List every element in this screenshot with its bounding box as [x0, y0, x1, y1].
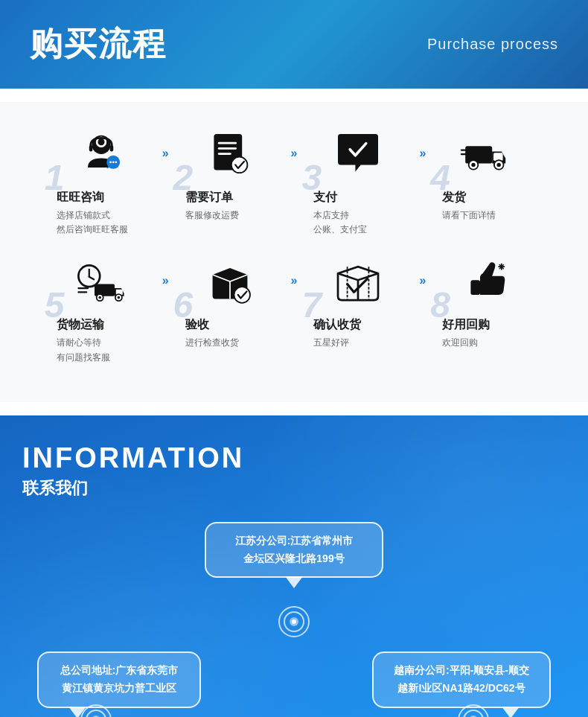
header-title-en: Purchase process [427, 36, 558, 53]
process-item-7: 7 确认收货 五星好评 [298, 252, 418, 350]
process-text-4: 发货 请看下面详情 [442, 190, 531, 223]
svg-point-51 [458, 705, 488, 717]
svg-rect-12 [217, 153, 231, 155]
process-item-4: 4 发货 请看下面详情 [427, 124, 546, 223]
process-text-6: 验收 进行检查收货 [185, 317, 275, 350]
divider-top [0, 89, 588, 102]
svg-point-46 [292, 619, 296, 624]
vietnam-text: 越南分公司:平阳-顺安县-顺交越新I业区NA1路42/DC62号 [394, 664, 529, 694]
info-card-vietnam: 越南分公司:平阳-顺安县-顺交越新I业区NA1路42/DC62号 [372, 651, 551, 708]
info-card-guangdong: 总公司地址:广东省东莞市黄江镇黄京坑力普工业区 [37, 651, 201, 708]
info-section: INFORMATION 联系我们 江苏分公司:江苏省常州市金坛区兴隆北路199号… [0, 415, 588, 717]
process-item-2: 2 需要订单 客服修改运费 [170, 124, 290, 223]
process-title-3: 支付 [313, 190, 403, 205]
svg-point-47 [81, 705, 111, 717]
process-desc-7: 五星好评 [313, 336, 403, 350]
process-title-8: 好用回购 [442, 317, 531, 333]
process-title-4: 发货 [442, 190, 531, 205]
process-desc-6: 进行检查收货 [185, 336, 275, 350]
process-desc-2: 客服修改运费 [185, 208, 275, 223]
svg-rect-11 [217, 147, 236, 150]
process-item-8: 8 好用回购 欢迎回购 [427, 252, 546, 350]
svg-point-13 [231, 157, 247, 173]
arrow-6: » [291, 252, 298, 287]
arrow-3: » [419, 124, 426, 160]
target-guangdong-icon [78, 702, 114, 717]
jiangsu-text: 江苏分公司:江苏省常州市金坛区兴隆北路199号 [235, 535, 354, 564]
process-desc-3: 本店支持公账、支付宝 [313, 208, 403, 237]
svg-point-6 [109, 161, 112, 163]
divider-bottom [0, 402, 588, 415]
target-jiangsu-icon [276, 604, 312, 640]
svg-point-8 [115, 161, 117, 163]
info-title-en: INFORMATION [22, 442, 566, 474]
svg-rect-3 [89, 145, 92, 151]
svg-rect-10 [217, 142, 236, 144]
arrow-1: » [162, 124, 169, 160]
process-icon-2 [200, 124, 260, 184]
svg-point-34 [234, 287, 250, 304]
process-icon-6 [200, 252, 260, 311]
process-item-1: 1 [42, 124, 161, 237]
svg-line-24 [89, 277, 93, 280]
process-text-5: 货物运输 请耐心等待有问题找客服 [57, 317, 146, 364]
process-icon-5 [71, 252, 131, 311]
process-row-2: 5 [15, 252, 573, 364]
process-item-3: 3 支付 本店支持公账、支付宝 [298, 124, 418, 237]
process-desc-5: 请耐心等待有问题找客服 [57, 336, 146, 364]
process-section: 1 [0, 102, 588, 402]
arrow-7: » [419, 252, 426, 287]
svg-point-17 [472, 163, 476, 167]
process-icon-4 [457, 124, 517, 184]
process-desc-1: 选择店铺款式然后咨询旺旺客服 [57, 208, 146, 237]
svg-point-19 [497, 163, 501, 167]
header-section: 购买流程 Purchase process [0, 0, 588, 89]
info-title-cn: 联系我们 [22, 477, 566, 500]
process-text-2: 需要订单 客服修改运费 [185, 190, 275, 223]
process-desc-8: 欢迎回购 [442, 336, 531, 350]
process-icon-8 [457, 252, 517, 311]
info-cards-container: 江苏分公司:江苏省常州市金坛区兴隆北路199号 总公司地址:广东省东莞市黄江镇黄… [22, 522, 566, 716]
arrow-2: » [291, 124, 298, 160]
process-title-7: 确认收货 [313, 317, 403, 333]
guangdong-text: 总公司地址:广东省东莞市黄江镇黄京坑力普工业区 [60, 664, 179, 694]
process-desc-4: 请看下面详情 [442, 208, 531, 223]
info-card-jiangsu: 江苏分公司:江苏省常州市金坛区兴隆北路199号 [205, 522, 383, 579]
svg-rect-38 [471, 281, 481, 296]
process-title-1: 旺旺咨询 [57, 190, 146, 205]
process-text-8: 好用回购 欢迎回购 [442, 317, 531, 350]
target-vietnam-icon [456, 702, 491, 717]
svg-point-7 [112, 161, 114, 163]
svg-point-2 [98, 138, 104, 145]
process-title-2: 需要订单 [185, 190, 275, 205]
svg-rect-14 [466, 146, 493, 163]
svg-rect-4 [109, 145, 113, 151]
header-title-cn: 购买流程 [30, 22, 167, 66]
process-item-6: 6 验收 进行检查收货 [170, 252, 290, 350]
process-title-5: 货物运输 [57, 317, 146, 333]
process-icon-7 [328, 252, 388, 311]
process-text-3: 支付 本店支持公账、支付宝 [313, 190, 403, 237]
arrow-5: » [162, 252, 169, 287]
process-item-5: 5 [42, 252, 161, 364]
svg-point-30 [117, 296, 120, 299]
process-row-1: 1 [15, 124, 573, 237]
process-title-6: 验收 [185, 317, 275, 333]
process-icon-1 [71, 124, 131, 184]
process-text-1: 旺旺咨询 选择店铺款式然后咨询旺旺客服 [57, 190, 146, 237]
process-text-7: 确认收货 五星好评 [313, 317, 403, 350]
svg-point-28 [98, 296, 101, 299]
process-icon-3 [328, 124, 388, 184]
